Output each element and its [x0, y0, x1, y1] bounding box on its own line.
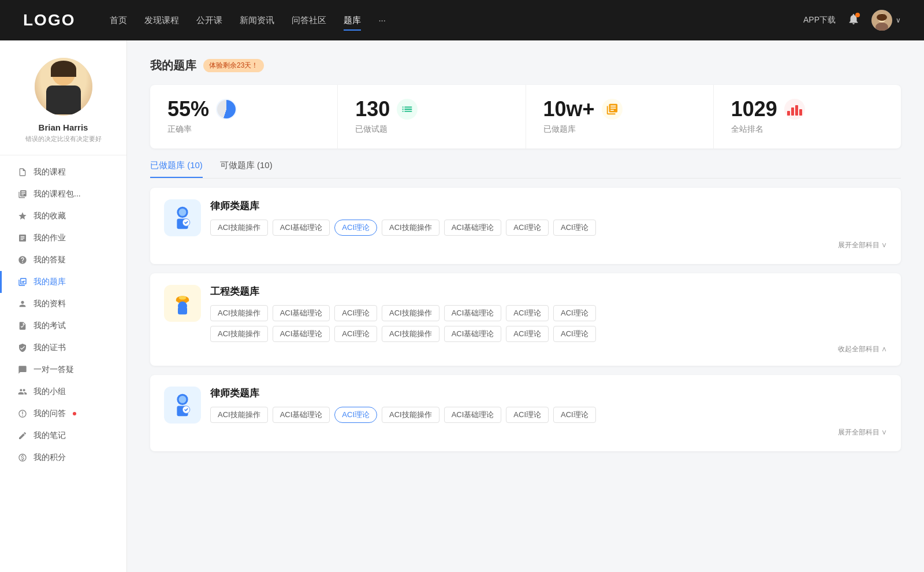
- tag-item[interactable]: ACI理论: [334, 305, 377, 321]
- bank-icon: [17, 277, 28, 287]
- tab-available[interactable]: 可做题库 (10): [220, 160, 273, 178]
- trial-badge: 体验剩余23天！: [203, 59, 264, 72]
- homework-icon: [17, 233, 28, 243]
- tag-item[interactable]: ACI技能操作: [210, 407, 268, 423]
- tag-item[interactable]: ACI基础理论: [273, 220, 330, 236]
- tag-item[interactable]: ACI理论: [506, 326, 549, 342]
- tag-item[interactable]: ACI理论: [334, 326, 377, 342]
- svg-rect-12: [178, 307, 187, 314]
- sidebar-item-favorites[interactable]: 我的收藏: [0, 205, 126, 227]
- course-pack-icon: [17, 189, 28, 199]
- tag-item[interactable]: ACI基础理论: [444, 407, 502, 423]
- tag-item[interactable]: ACI技能操作: [382, 305, 439, 321]
- lawyer-icon-2: [164, 387, 201, 424]
- bank-tags-lawyer-2: ACI技能操作 ACI基础理论 ACI理论 ACI技能操作 ACI基础理论 AC…: [210, 407, 887, 423]
- stat-done-banks: 10w+ 已做题库: [526, 85, 714, 148]
- notification-dot: [855, 13, 860, 17]
- stat-accuracy: 55% 正确率: [150, 85, 338, 148]
- svg-rect-10: [179, 296, 187, 299]
- sidebar-item-coursepack[interactable]: 我的课程包...: [0, 183, 126, 205]
- note-icon: [17, 430, 28, 441]
- app-download-button[interactable]: APP下载: [803, 15, 836, 25]
- navbar-right: APP下载 ∨: [803, 10, 901, 31]
- sidebar-menu: 我的课程 我的课程包... 我的收藏 我的作业: [0, 161, 126, 469]
- tag-item[interactable]: ACI基础理论: [273, 407, 330, 423]
- profile-section: Brian Harris 错误的决定比没有决定要好: [0, 58, 126, 155]
- profile-motto: 错误的决定比没有决定要好: [14, 135, 113, 143]
- tag-item[interactable]: ACI理论: [506, 407, 549, 423]
- sidebar-item-points[interactable]: 我的积分: [0, 447, 126, 469]
- lawyer-icon-1: [164, 199, 201, 236]
- qa-notification-dot: [73, 412, 76, 415]
- user-avatar-menu[interactable]: ∨: [871, 10, 901, 31]
- tag-item[interactable]: ACI基础理论: [273, 326, 330, 342]
- stat-done-banks-label: 已做题库: [543, 124, 696, 135]
- nav-menu: 首页 发现课程 公开课 新闻资讯 问答社区 题库 ···: [110, 13, 803, 28]
- sidebar-item-course[interactable]: 我的课程: [0, 161, 126, 183]
- notification-bell[interactable]: [847, 13, 860, 28]
- stat-done-questions: 130 已做试题: [338, 85, 526, 148]
- expand-button-3[interactable]: 展开全部科目 ∨: [838, 425, 887, 440]
- main-content: 我的题库 体验剩余23天！ 55% 正确率 130: [127, 40, 924, 572]
- pie-chart-visual: [217, 100, 236, 118]
- tag-item[interactable]: ACI技能操作: [210, 220, 268, 236]
- tag-item[interactable]: ACI理论: [553, 326, 596, 342]
- tag-item[interactable]: ACI理论: [553, 407, 596, 423]
- tutor-icon: [17, 365, 28, 375]
- file-icon: [17, 167, 28, 177]
- tag-item[interactable]: ACI理论: [506, 220, 549, 236]
- star-icon: [17, 211, 28, 221]
- nav-bank[interactable]: 题库: [344, 13, 361, 28]
- sidebar-item-group[interactable]: 我的小组: [0, 381, 126, 403]
- tag-item-active[interactable]: ACI理论: [334, 407, 377, 423]
- stat-done-questions-number: 130: [355, 99, 390, 120]
- avatar: [871, 10, 892, 31]
- tag-item[interactable]: ACI理论: [553, 305, 596, 321]
- expand-button-1[interactable]: 展开全部科目 ∨: [838, 238, 887, 252]
- sidebar: Brian Harris 错误的决定比没有决定要好 我的课程 我的课程包...: [0, 40, 127, 572]
- tag-item[interactable]: ACI技能操作: [382, 407, 439, 423]
- sidebar-item-myqa[interactable]: 我的问答: [0, 403, 126, 425]
- bank-tags-engineer-row2: ACI技能操作 ACI基础理论 ACI理论 ACI技能操作 ACI基础理论 AC…: [210, 326, 887, 342]
- tag-item[interactable]: ACI基础理论: [273, 305, 330, 321]
- nav-qa[interactable]: 问答社区: [292, 13, 326, 28]
- list-icon: [397, 99, 418, 120]
- sidebar-item-cert[interactable]: 我的证书: [0, 337, 126, 359]
- tag-item[interactable]: ACI技能操作: [382, 220, 439, 236]
- sidebar-item-questions[interactable]: 我的答疑: [0, 249, 126, 271]
- svg-rect-9: [176, 300, 189, 302]
- page-header: 我的题库 体验剩余23天！: [150, 58, 901, 73]
- nav-news[interactable]: 新闻资讯: [240, 13, 274, 28]
- svg-point-3: [877, 14, 887, 21]
- tag-item[interactable]: ACI技能操作: [382, 326, 439, 342]
- stats-row: 55% 正确率 130 已做试题: [150, 85, 901, 148]
- tag-item[interactable]: ACI基础理论: [444, 220, 502, 236]
- tab-done[interactable]: 已做题库 (10): [150, 160, 203, 178]
- sidebar-item-bank[interactable]: 我的题库: [0, 271, 126, 293]
- logo: LOGO: [23, 11, 75, 29]
- tag-item[interactable]: ACI理论: [553, 220, 596, 236]
- nav-more[interactable]: ···: [378, 13, 386, 28]
- tag-item[interactable]: ACI技能操作: [210, 326, 268, 342]
- qa-icon: [17, 408, 28, 419]
- sidebar-item-homework[interactable]: 我的作业: [0, 227, 126, 249]
- tag-item[interactable]: ACI理论: [506, 305, 549, 321]
- stat-rank: 1029 全站排名: [714, 85, 901, 148]
- book-icon: [602, 99, 623, 120]
- sidebar-item-profile[interactable]: 我的资料: [0, 293, 126, 315]
- tag-item[interactable]: ACI基础理论: [444, 305, 502, 321]
- sidebar-item-notes[interactable]: 我的笔记: [0, 425, 126, 447]
- cert-icon: [17, 343, 28, 353]
- bar-chart-icon: [784, 99, 805, 120]
- tag-item[interactable]: ACI技能操作: [210, 305, 268, 321]
- sidebar-item-tutor[interactable]: 一对一答疑: [0, 359, 126, 381]
- collapse-button[interactable]: 收起全部科目 ∧: [838, 344, 887, 354]
- tag-item[interactable]: ACI基础理论: [444, 326, 502, 342]
- sidebar-item-exam[interactable]: 我的考试: [0, 315, 126, 337]
- bank-card-lawyer-2: 律师类题库 ACI技能操作 ACI基础理论 ACI理论 ACI技能操作 ACI基…: [150, 375, 901, 451]
- nav-discover[interactable]: 发现课程: [144, 13, 179, 28]
- nav-home[interactable]: 首页: [110, 13, 127, 28]
- bank-tags-lawyer-1: ACI技能操作 ACI基础理论 ACI理论 ACI技能操作 ACI基础理论 AC…: [210, 220, 887, 236]
- tag-item-active[interactable]: ACI理论: [334, 220, 377, 236]
- nav-opencourse[interactable]: 公开课: [196, 13, 222, 28]
